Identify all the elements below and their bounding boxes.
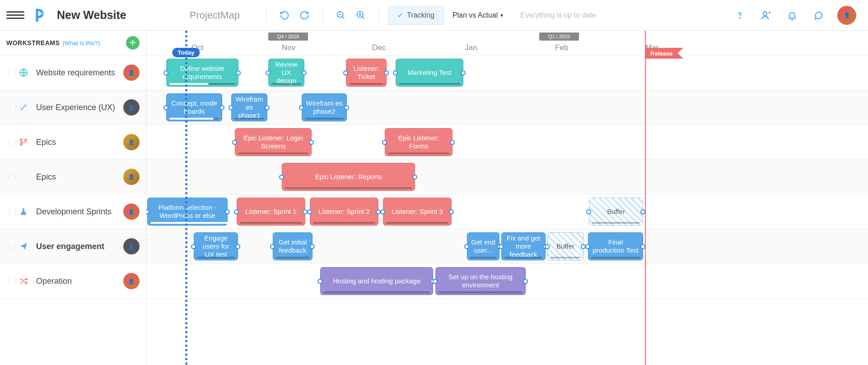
assignee-avatar[interactable]: 👤 [123, 65, 140, 81]
task-card[interactable]: Buffer [547, 232, 583, 260]
link-handle[interactable] [279, 175, 284, 180]
workstream-row[interactable]: ⋮⋮ Development Sprints 👤 [0, 194, 146, 229]
link-handle[interactable] [433, 279, 438, 284]
link-handle[interactable] [299, 105, 304, 110]
release-flag[interactable]: Release [645, 48, 683, 59]
drag-handle[interactable]: ⋮⋮ [6, 277, 11, 285]
link-handle[interactable] [317, 279, 322, 284]
zoom-in-button[interactable] [351, 5, 371, 25]
link-handle[interactable] [232, 140, 237, 145]
link-handle[interactable] [225, 209, 230, 214]
task-card[interactable]: Define website requirements [166, 59, 238, 87]
what-is-this-link[interactable]: (What is this?) [62, 40, 100, 46]
link-handle[interactable] [266, 70, 271, 75]
link-handle[interactable] [234, 209, 239, 214]
task-card[interactable]: Listener: Ticket [346, 59, 387, 87]
task-card[interactable]: Concept, mode boards [166, 93, 222, 121]
workstream-row[interactable]: ⋮⋮ Operation 👤 [0, 264, 146, 299]
link-handle[interactable] [163, 70, 168, 75]
drag-handle[interactable]: ⋮⋮ [6, 173, 11, 180]
user-avatar[interactable]: 👤 [837, 6, 856, 25]
task-card[interactable]: Listener: Sprint 1 [237, 198, 305, 226]
assignee-avatar[interactable]: 👤 [123, 273, 140, 289]
link-handle[interactable] [236, 70, 241, 75]
drag-handle[interactable]: ⋮⋮ [6, 243, 11, 250]
app-logo[interactable] [33, 7, 49, 23]
link-handle[interactable] [344, 105, 349, 110]
task-card[interactable]: Marketing Test [396, 59, 463, 87]
workstream-row[interactable]: ⋮⋮ Website requirements 👤 [0, 55, 146, 90]
workstream-row[interactable]: ⋮⋮ User Experience (UX) 👤 [0, 90, 146, 125]
link-handle[interactable] [382, 140, 387, 145]
link-handle[interactable] [450, 140, 455, 145]
link-handle[interactable] [229, 105, 233, 110]
task-card[interactable]: Listener: Sprint 2 [310, 198, 378, 226]
undo-button[interactable] [275, 5, 294, 25]
link-handle[interactable] [265, 105, 270, 110]
link-handle[interactable] [343, 70, 348, 75]
task-card[interactable]: Get initial feedback [273, 232, 313, 260]
assignee-avatar[interactable]: 👤 [123, 169, 140, 185]
link-handle[interactable] [307, 209, 312, 214]
link-handle[interactable] [302, 70, 307, 75]
plan-vs-actual-dropdown[interactable]: Plan vs Actual▾ [453, 11, 504, 19]
link-handle[interactable] [461, 70, 466, 75]
task-card[interactable]: Wirefram es phase1 [231, 93, 267, 121]
link-handle[interactable] [235, 244, 240, 249]
chat-button[interactable] [811, 8, 826, 23]
assignee-avatar[interactable]: 👤 [123, 203, 140, 220]
today-badge[interactable]: Today [172, 48, 200, 57]
workstream-row[interactable]: ⋮⋮ Epics 👤 [0, 125, 146, 160]
redo-button[interactable] [294, 5, 314, 25]
drag-handle[interactable]: ⋮⋮ [6, 139, 11, 146]
task-card[interactable]: Final production Test [588, 232, 643, 260]
link-handle[interactable] [585, 244, 590, 249]
workstream-row[interactable]: ⋮⋮ User engagement 👤 [0, 229, 146, 264]
link-handle[interactable] [464, 244, 469, 249]
link-handle[interactable] [523, 279, 528, 284]
task-card[interactable]: Wirefram es phase2 [302, 93, 347, 121]
task-card[interactable]: Buffer [589, 198, 643, 226]
link-handle[interactable] [191, 244, 196, 249]
link-handle[interactable] [384, 70, 389, 75]
workstream-row[interactable]: ⋮⋮ Epics 👤 [0, 160, 146, 194]
add-workstream-button[interactable]: + [126, 36, 140, 50]
link-handle[interactable] [640, 244, 645, 249]
add-user-button[interactable] [759, 8, 773, 23]
task-card[interactable]: Listener: Sprint 3 [383, 198, 452, 226]
tracking-toggle[interactable]: ✓Tracking [387, 5, 444, 25]
assignee-avatar[interactable]: 👤 [123, 134, 140, 150]
task-card[interactable]: Epic Listener: Forms [385, 128, 453, 156]
task-card[interactable]: Review UX design [268, 59, 304, 87]
link-handle[interactable] [393, 70, 398, 75]
help-button[interactable] [733, 8, 747, 23]
link-handle[interactable] [270, 244, 275, 249]
link-handle[interactable] [586, 209, 591, 214]
drag-handle[interactable]: ⋮⋮ [6, 208, 11, 215]
link-handle[interactable] [310, 244, 315, 249]
link-handle[interactable] [545, 244, 550, 249]
notifications-button[interactable] [785, 8, 799, 23]
link-handle[interactable] [380, 209, 385, 214]
link-handle[interactable] [219, 105, 224, 110]
task-card[interactable]: Platform selection - WordPress or else [147, 198, 228, 226]
link-handle[interactable] [412, 175, 417, 180]
link-handle[interactable] [309, 140, 314, 145]
task-card[interactable]: Get end user... [467, 232, 499, 260]
assignee-avatar[interactable]: 👤 [123, 238, 140, 254]
task-card[interactable]: Fix and get more feedback [501, 232, 546, 260]
hamburger-menu[interactable] [6, 11, 24, 19]
link-handle[interactable] [163, 105, 168, 110]
task-card[interactable]: Epic Listener: Reports [282, 163, 415, 191]
breadcrumb[interactable]: ProjectMap [190, 9, 240, 21]
task-card[interactable]: Hosting and hosting package [320, 267, 433, 295]
link-handle[interactable] [499, 244, 504, 249]
drag-handle[interactable]: ⋮⋮ [6, 104, 11, 111]
assignee-avatar[interactable]: 👤 [123, 99, 140, 116]
task-card[interactable]: Engage users for UX test [194, 232, 238, 260]
zoom-out-button[interactable] [331, 5, 351, 25]
link-handle[interactable] [449, 209, 454, 214]
task-card[interactable]: Set up on the hosting environment [435, 267, 526, 295]
task-card[interactable]: Epic Listener: Login Screens [235, 128, 312, 156]
link-handle[interactable] [640, 209, 645, 214]
